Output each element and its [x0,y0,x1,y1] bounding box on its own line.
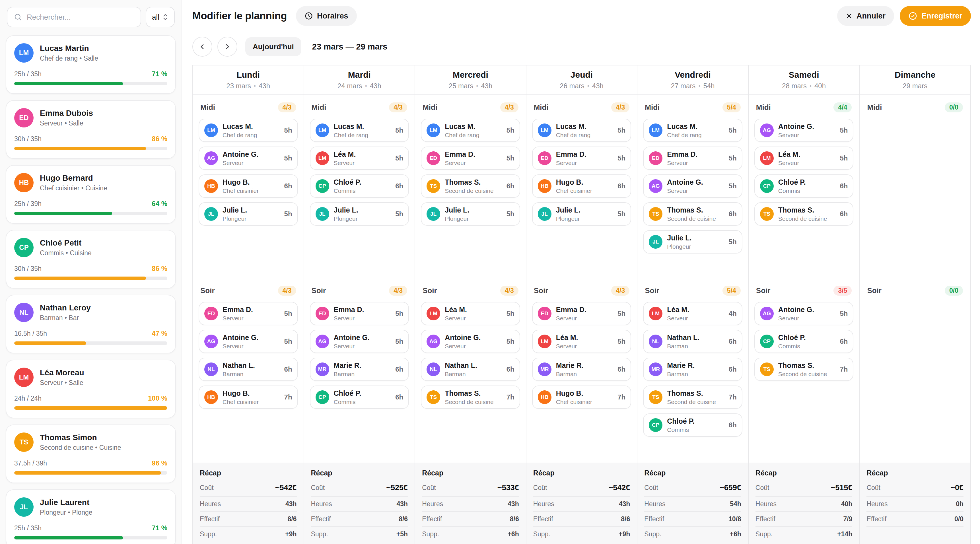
enregistrer-button[interactable]: Enregistrer [900,6,971,26]
shift-card[interactable]: AG Antoine G. Serveur 5h [310,330,409,353]
shift-card[interactable]: LM Léa M. Serveur 5h [310,146,409,170]
employee-card[interactable]: JL Julie Laurent Plongeur • Plonge 25h /… [6,489,176,544]
shift-card[interactable]: ED Emma D. Serveur 5h [643,146,742,170]
shift-card[interactable]: ED Emma D. Serveur 5h [199,302,298,325]
shift-card[interactable]: CP Chloé P. Commis 6h [754,174,854,198]
employee-stats: 37.5h / 39h 96 % [14,459,167,467]
shift-employee-name: Thomas S. [667,206,724,214]
shift-card[interactable]: CP Chloé P. Commis 6h [310,174,409,198]
shift-duration: 6h [395,182,403,190]
employee-percent: 100 % [148,394,167,402]
day-column: Vendredi 27 mars 54h Midi 5/4 [637,65,749,544]
recap-cost-row: Coût ~515€ [756,479,853,497]
search-input[interactable] [27,13,134,22]
shift-card[interactable]: LM Lucas M. Chef de rang 5h [310,119,409,142]
shift-card[interactable]: AG Antoine G. Serveur 5h [199,330,298,353]
filter-dropdown[interactable]: all [146,7,175,27]
shift-card[interactable]: LM Léa M. Serveur 5h [532,330,632,353]
shift-card[interactable]: ED Emma D. Serveur 5h [421,146,520,170]
shift-meta: Antoine G. Serveur [445,334,502,350]
shift-card[interactable]: TS Thomas S. Second de cuisine 7h [754,358,854,381]
shift-card[interactable]: NL Nathan L. Barman 6h [199,358,298,381]
hours-progress-fill [14,536,123,539]
section-label: Soir [534,286,548,295]
shift-card[interactable]: AG Antoine G. Serveur 5h [754,119,854,142]
shift-card[interactable]: MR Marie R. Barman 6h [310,358,409,381]
shift-card[interactable]: CP Chloé P. Commis 6h [643,414,742,437]
shift-card[interactable]: MR Marie R. Barman 6h [532,358,632,381]
employee-card[interactable]: CP Chloé Petit Commis • Cuisine 30h / 35… [6,230,176,288]
avatar: AG [649,179,662,193]
shift-card[interactable]: JL Julie L. Plongeur 5h [310,202,409,226]
next-week-button[interactable] [217,37,237,57]
shift-card[interactable]: LM Lucas M. Chef de rang 5h [421,119,520,142]
section-header: Midi 0/0 [865,101,965,119]
shift-employee-name: Lucas M. [223,122,280,130]
recap-overtime-label: Supp. [756,530,773,538]
shift-card[interactable]: NL Nathan L. Barman 6h [421,358,520,381]
shift-card[interactable]: HB Hugo B. Chef cuisinier 6h [199,174,298,198]
day-recap: Récap Coût ~0€ Heures 0h Effectif 0/0 [860,463,970,544]
employee-card[interactable]: NL Nathan Leroy Barman • Bar 16.5h / 35h… [6,295,176,353]
shift-card[interactable]: AG Antoine G. Serveur 5h [199,146,298,170]
shift-card[interactable]: TS Thomas S. Second de cuisine 7h [643,385,742,409]
shift-card[interactable]: CP Chloé P. Commis 6h [310,385,409,409]
shift-card[interactable]: NL Nathan L. Barman 6h [643,330,742,353]
shift-employee-role: Serveur [778,160,835,167]
avatar: AG [426,335,440,348]
shift-card[interactable]: TS Thomas S. Second de cuisine 6h [643,202,742,226]
avatar: LM [14,43,33,63]
shift-card[interactable]: CP Chloé P. Commis 6h [754,330,854,353]
employee-role: Plongeur • Plonge [40,509,92,516]
shift-card[interactable]: AG Antoine G. Serveur 5h [754,302,854,325]
shift-card[interactable]: AG Antoine G. Serveur 5h [421,330,520,353]
avatar: AG [315,335,329,348]
shift-card[interactable]: JL Julie L. Plongeur 5h [421,202,520,226]
shift-card[interactable]: HB Hugo B. Chef cuisinier 7h [199,385,298,409]
shift-list: LM Lucas M. Chef de rang 5h ED [643,119,742,253]
shift-card[interactable]: ED Emma D. Serveur 5h [310,302,409,325]
shift-card[interactable]: AG Antoine G. Serveur 5h [643,174,742,198]
annuler-button[interactable]: Annuler [837,6,894,26]
employee-card[interactable]: TS Thomas Simon Second de cuisine • Cuis… [6,425,176,483]
shift-employee-role: Serveur [667,315,724,322]
shift-card[interactable]: HB Hugo B. Chef cuisinier 6h [532,174,632,198]
employee-card[interactable]: HB Hugo Bernard Chef cuisinier • Cuisine… [6,165,176,224]
shift-card[interactable]: TS Thomas S. Second de cuisine 7h [421,385,520,409]
shift-list: ED Emma D. Serveur 5h AG [199,302,298,409]
shift-card[interactable]: ED Emma D. Serveur 5h [532,302,632,325]
shift-card[interactable]: HB Hugo B. Chef cuisinier 7h [532,385,632,409]
shift-card[interactable]: LM Lucas M. Chef de rang 5h [532,119,632,142]
avatar: JL [649,235,662,249]
section-header: Soir 5/4 [643,284,742,302]
shift-card[interactable]: JL Julie L. Plongeur 5h [643,230,742,253]
day-header: Vendredi 27 mars 54h [637,65,748,95]
shift-employee-name: Nathan L. [223,361,280,370]
shift-card[interactable]: TS Thomas S. Second de cuisine 6h [421,174,520,198]
shift-card[interactable]: JL Julie L. Plongeur 5h [532,202,632,226]
horaires-button[interactable]: Horaires [296,6,357,26]
today-button[interactable]: Aujourd'hui [245,37,301,56]
shift-card[interactable]: MR Marie R. Barman 6h [643,358,742,381]
shift-card[interactable]: LM Lucas M. Chef de rang 5h [643,119,742,142]
employee-card[interactable]: LM Lucas Martin Chef de rang • Salle 25h… [6,35,176,94]
recap-hours-value: 43h [397,500,408,508]
shift-duration: 5h [284,154,292,162]
shift-card[interactable]: LM Léa M. Serveur 5h [754,146,854,170]
shift-card[interactable]: ED Emma D. Serveur 5h [532,146,632,170]
shift-card[interactable]: LM Léa M. Serveur 5h [421,302,520,325]
shift-card[interactable]: TS Thomas S. Second de cuisine 6h [754,202,854,226]
day-header: Dimanche 29 mars [860,65,970,95]
hours-progress-fill [14,212,112,215]
shift-card[interactable]: JL Julie L. Plongeur 5h [199,202,298,226]
shift-card[interactable]: LM Léa M. Serveur 4h [643,302,742,325]
shift-card[interactable]: LM Lucas M. Chef de rang 5h [199,119,298,142]
shift-employee-role: Chef de rang [334,132,391,138]
recap-overtime-label: Supp. [644,530,661,538]
shift-duration: 7h [506,393,514,401]
employee-card[interactable]: LM Léa Moreau Serveur • Salle 24h / 24h … [6,359,176,418]
employee-card[interactable]: ED Emma Dubois Serveur • Salle 30h / 35h… [6,100,176,159]
section-label: Soir [645,286,659,295]
recap-hours-row: Heures 43h [533,497,630,512]
prev-week-button[interactable] [192,37,212,57]
